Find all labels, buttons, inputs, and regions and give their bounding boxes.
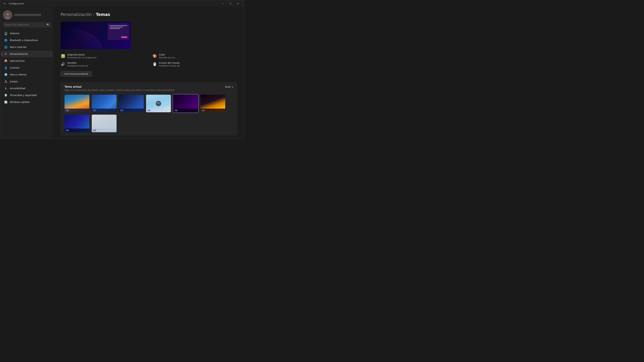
sidebar-nav: 🖥️ Sistema 🔵 Bluetooth y dispositivos 🌐 … [0,30,54,106]
avatar [3,10,12,19]
search-input[interactable] [3,22,51,27]
taskbar-sky [146,109,171,112]
svg-rect-5 [6,12,9,13]
chevron-up-icon: ∧ [232,86,233,88]
sidebar-item-label-bluetooth: Bluetooth y dispositivos [10,39,38,41]
theme-info-color[interactable]: 🎨 Color Morado oscuro [152,53,237,59]
theme-info-sonidos[interactable]: 🔊 Sonidos Predeterminado de [60,61,146,67]
sidebar-item-red[interactable]: 🌐 Red e Internet [2,44,52,50]
taskbar-dot [148,110,150,111]
windows-update-icon: 🔄 [4,100,8,104]
user-profile [0,9,54,22]
taskbar-dot [93,130,96,131]
main-layout: 🔍 🖥️ Sistema 🔵 Bluetooth y dispositivos … [0,7,244,139]
search-box: 🔍 [3,22,51,27]
sidebar-item-windows-update[interactable]: 🔄 Windows Update [2,99,52,105]
taskbar-candle [200,109,225,112]
cursor-icon: 🖱️ [152,62,157,66]
red-icon: 🌐 [4,45,8,49]
sidebar-item-hora[interactable]: 🌍 Hora e idioma [2,71,52,78]
hora-icon: 🌍 [4,73,8,76]
expand-label: Brillo [225,86,230,88]
taskbar-purple [173,109,198,112]
accesibilidad-icon: ♿ [4,87,8,90]
back-button[interactable]: ← [2,1,8,6]
preview-line-1 [110,25,127,26]
sidebar-item-accesibilidad[interactable]: ♿ Accesibilidad [2,85,52,92]
bluetooth-icon: 🔵 [4,38,8,42]
settings-window: ← Configuración — ☐ ✕ [0,0,244,139]
theme-info-cursor[interactable]: 🖱️ Cursor del mouse Predeterminado de [152,61,237,67]
section-title: Tema actual [64,85,82,88]
theme-card-bg-candle [200,95,225,112]
sidebar-item-personalizacion[interactable]: ✏️ Personalización [2,51,52,57]
personalizacion-icon: ✏️ [4,52,8,56]
svg-point-4 [8,13,9,14]
taskbar-dot [66,110,69,111]
theme-card-dark-blue[interactable] [119,95,144,112]
theme-grid: 📷 [64,95,233,132]
taskbar-dark-blue [119,109,144,112]
theme-card-sky[interactable]: 📷 [146,95,171,112]
maximize-button[interactable]: ☐ [226,1,234,6]
color-value: Morado oscuro [159,56,175,59]
theme-card-bg-light-gray [92,115,116,132]
sidebar-item-label-juegos: Juegos [10,80,18,83]
theme-preview-inner [60,22,131,49]
close-button[interactable]: ✕ [234,1,242,6]
sonidos-value: Predeterminado de [67,64,88,67]
section-header: Tema actual Brillo ∧ [64,85,233,88]
theme-info-grid: 🖼️ Segundo plano Presentación (4 imágene… [60,53,237,67]
privacidad-icon: 🛡️ [4,93,8,97]
theme-card-purple-night[interactable] [173,95,198,112]
sidebar-item-label-red: Red e Internet [10,46,27,48]
sidebar-item-cuentas[interactable]: 👤 Cuentas [2,64,52,71]
taskbar-sunrise [64,109,90,112]
theme-card-bg-win11 [92,95,116,112]
sidebar-item-label-accesibilidad: Accesibilidad [10,87,25,90]
juegos-icon: 🕹️ [4,80,8,83]
sonidos-label: Sonidos [67,61,88,64]
minimize-button[interactable]: — [219,1,226,6]
sidebar: 🔍 🖥️ Sistema 🔵 Bluetooth y dispositivos … [0,7,54,139]
cursor-label: Cursor del mouse [159,61,180,64]
sidebar-item-label-windows-update: Windows Update [10,101,30,103]
sistema-icon: 🖥️ [4,32,8,35]
fondo-icon: 🖼️ [60,54,65,58]
breadcrumb-current: Temas [96,12,110,17]
sidebar-item-privacidad[interactable]: 🛡️ Privacidad y seguridad [2,92,52,98]
titlebar: ← Configuración — ☐ ✕ [0,0,244,7]
taskbar-light-gray [92,129,116,132]
theme-card-bg-sky: 📷 [146,95,171,112]
user-name-blurred [14,14,41,16]
fondo-value: Presentación (4 imágenes) [67,56,96,59]
svg-rect-7 [9,12,10,14]
theme-card-blue-purple[interactable] [64,115,90,132]
theme-card-light-gray[interactable] [92,115,116,132]
svg-point-3 [6,13,7,14]
taskbar-dot [93,110,96,111]
theme-card-bg-purple [173,95,198,112]
sidebar-item-bluetooth[interactable]: 🔵 Bluetooth y dispositivos [2,37,52,43]
section-expand-button[interactable]: Brillo ∧ [225,86,233,88]
sidebar-item-label-sistema: Sistema [10,32,19,35]
theme-card-candle[interactable] [200,95,225,112]
sidebar-item-aplicaciones[interactable]: 📦 Aplicaciones [2,57,52,64]
sidebar-item-sistema[interactable]: 🖥️ Sistema [2,30,52,37]
preview-line-2 [110,27,123,27]
svg-rect-6 [5,12,6,14]
aplicaciones-icon: 📦 [4,59,8,62]
fondo-label: Segundo plano [67,53,96,56]
theme-card-sunrise[interactable] [64,95,90,112]
theme-preview-window [108,23,129,40]
taskbar-win11 [92,109,116,112]
sidebar-item-juegos[interactable]: 🕹️ Juegos [2,78,52,85]
taskbar-dot [120,110,123,111]
sidebar-item-label-personalizacion: Personalización [10,53,28,55]
theme-card-win11-blue[interactable] [92,95,116,112]
content-area: Personalización › Temas [54,7,244,139]
sonidos-icon: 🔊 [60,62,65,66]
preview-btn-row [110,36,127,38]
use-theme-button[interactable]: Usar tema personalizado [60,71,92,77]
theme-info-fondo[interactable]: 🖼️ Segundo plano Presentación (4 imágene… [60,53,146,59]
